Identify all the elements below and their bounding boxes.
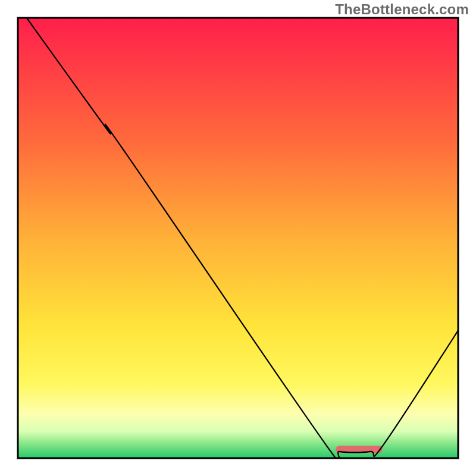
chart-canvas	[0, 0, 476, 476]
watermark-text: TheBottleneck.com	[335, 1, 469, 18]
gradient-background	[18, 18, 458, 458]
chart-root: TheBottleneck.com	[0, 0, 476, 476]
